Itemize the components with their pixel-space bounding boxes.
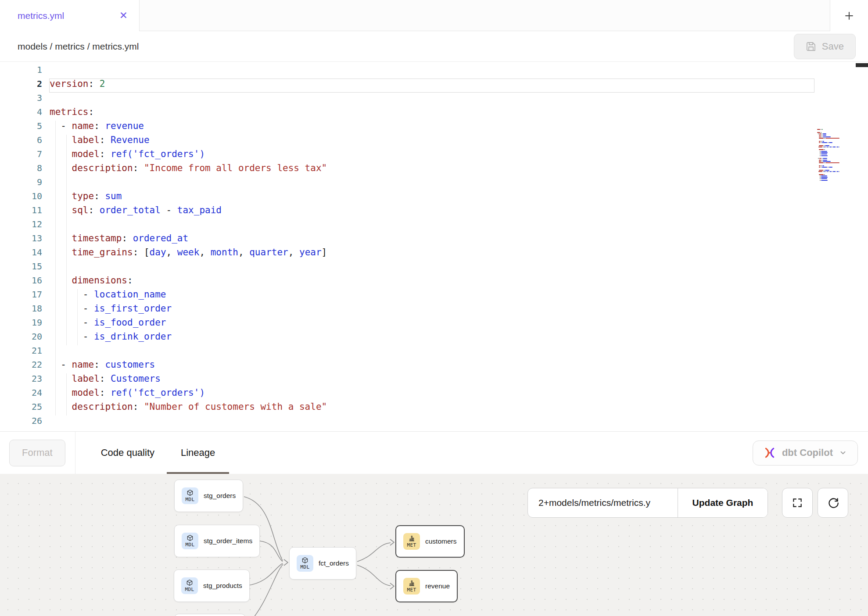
line-number: 13: [0, 233, 42, 247]
lineage-node-fct_orders[interactable]: MDLfct_orders: [289, 547, 356, 580]
dbt-copilot-button[interactable]: dbt Copilot: [753, 441, 858, 466]
model-badge: MDL: [182, 487, 198, 504]
tab-lineage[interactable]: Lineage: [181, 432, 215, 474]
code-lines[interactable]: version: 2metrics: - name: revenue label…: [49, 64, 814, 430]
code-line[interactable]: - location_name: [49, 289, 814, 303]
code-line[interactable]: [49, 93, 814, 107]
save-button[interactable]: Save: [794, 34, 856, 59]
minimap-row: [817, 131, 840, 132]
indent-guide: [55, 359, 56, 373]
code-line[interactable]: [49, 261, 814, 275]
code-line[interactable]: - name: customers: [49, 359, 814, 373]
minimap-row: [817, 141, 840, 142]
minimap[interactable]: [817, 128, 840, 181]
code-line[interactable]: dimensions:: [49, 275, 814, 289]
lineage-node-stg_order_items[interactable]: MDLstg_order_items: [174, 525, 260, 557]
indent-guide: [66, 289, 67, 303]
bar-chart-icon: [408, 580, 415, 587]
refresh-button[interactable]: [818, 488, 848, 518]
cube-icon: [187, 534, 194, 541]
code-line[interactable]: model: ref('fct_orders'): [49, 149, 814, 163]
indent-guide: [66, 303, 67, 317]
new-tab-button[interactable]: [830, 0, 868, 31]
indent-guide: [55, 401, 56, 415]
code-line[interactable]: model: ref('fct_orders'): [49, 387, 814, 401]
lineage-node-partial_node[interactable]: MDL: [174, 614, 246, 616]
code-text: - name: revenue: [50, 121, 144, 131]
lineage-node-stg_orders[interactable]: MDLstg_orders: [174, 480, 243, 512]
tab-metrics-yml[interactable]: metrics.yml ✕: [0, 0, 140, 31]
minimap-row: [817, 154, 840, 154]
line-number: 4: [0, 107, 42, 121]
indent-guide: [55, 191, 56, 205]
line-number: 15: [0, 261, 42, 275]
cube-icon: [186, 579, 193, 586]
code-line[interactable]: timestamp: ordered_at: [49, 233, 814, 247]
toolbar-divider: [75, 432, 75, 474]
code-line[interactable]: - name: revenue: [49, 121, 814, 135]
format-label: Format: [22, 447, 53, 458]
tab-lineage-label: Lineage: [181, 447, 215, 458]
code-line[interactable]: sql: order_total - tax_paid: [49, 205, 814, 219]
line-number: 17: [0, 289, 42, 303]
lineage-node-customers[interactable]: METcustomers: [395, 525, 465, 558]
line-number: 3: [0, 93, 42, 107]
minimap-row: [817, 174, 840, 175]
line-number: 14: [0, 247, 42, 261]
update-graph-button[interactable]: Update Graph: [678, 488, 768, 517]
code-line[interactable]: version: 2: [49, 79, 814, 93]
close-icon[interactable]: ✕: [119, 11, 128, 21]
lineage-filter-input[interactable]: [528, 488, 678, 517]
code-line[interactable]: [49, 415, 814, 430]
code-line[interactable]: - is_drink_order: [49, 331, 814, 345]
code-editor[interactable]: 1234567891011121314151617181920212223242…: [0, 62, 868, 431]
code-line[interactable]: [49, 345, 814, 359]
minimap-row: [817, 180, 840, 181]
badge-label: MDL: [301, 564, 310, 570]
minimap-row: [817, 138, 840, 139]
code-text: version: 2: [50, 79, 105, 89]
indent-guide: [55, 289, 56, 303]
badge-label: MDL: [186, 497, 195, 502]
format-button[interactable]: Format: [9, 440, 65, 466]
code-line[interactable]: label: Revenue: [49, 135, 814, 149]
line-number: 18: [0, 303, 42, 317]
tab-code-quality[interactable]: Code quality: [101, 432, 154, 474]
code-line[interactable]: description: "Income from all orders les…: [49, 163, 814, 177]
code-line[interactable]: type: sum: [49, 191, 814, 205]
indent-guide: [55, 219, 56, 233]
lineage-node-revenue[interactable]: METrevenue: [395, 570, 458, 602]
indent-guide: [77, 289, 78, 303]
indent-guide: [66, 219, 67, 233]
code-text: - is_first_order: [50, 303, 172, 314]
lineage-node-stg_products[interactable]: MDLstg_products: [174, 569, 250, 602]
lineage-canvas[interactable]: MDLstg_ordersMDLstg_order_itemsMDLstg_pr…: [0, 474, 868, 616]
code-text: dimensions:: [50, 275, 133, 286]
indent-guide: [55, 177, 56, 191]
code-line[interactable]: label: Customers: [49, 373, 814, 387]
code-line[interactable]: [49, 177, 814, 191]
minimap-row: [817, 178, 840, 179]
minimap-row: [817, 132, 840, 133]
code-line[interactable]: [49, 64, 814, 79]
lineage-controls: Update Graph: [527, 488, 768, 518]
copilot-label: dbt Copilot: [782, 447, 833, 458]
code-line[interactable]: metrics:: [49, 107, 814, 121]
metric-badge: MET: [403, 578, 420, 595]
indent-guide: [66, 317, 67, 331]
scrollbar-thumb[interactable]: [856, 63, 868, 67]
code-line[interactable]: description: "Number of customers with a…: [49, 401, 814, 415]
line-number: 8: [0, 163, 42, 177]
indent-guide: [55, 205, 56, 219]
line-number: 21: [0, 345, 42, 359]
chevron-down-icon: [839, 449, 847, 457]
code-line[interactable]: - is_food_order: [49, 317, 814, 331]
fullscreen-button[interactable]: [782, 488, 813, 518]
indent-guide: [55, 275, 56, 289]
code-line[interactable]: time_grains: [day, week, month, quarter,…: [49, 247, 814, 261]
code-line[interactable]: [49, 219, 814, 233]
code-text: label: Revenue: [50, 135, 150, 145]
node-label: stg_orders: [204, 492, 236, 500]
code-line[interactable]: - is_first_order: [49, 303, 814, 317]
indent-guide: [66, 135, 67, 149]
